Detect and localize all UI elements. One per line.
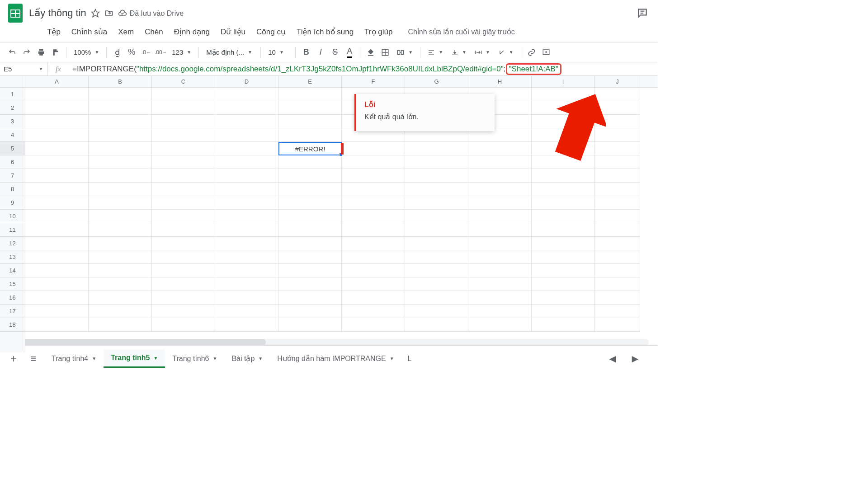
menu-addons[interactable]: Tiện ích bổ sung: [292, 25, 358, 38]
star-icon[interactable]: [91, 9, 100, 18]
cell-D17[interactable]: [215, 305, 278, 318]
cell-H9[interactable]: [468, 196, 532, 210]
row-header-12[interactable]: 12: [0, 237, 25, 250]
row-header-6[interactable]: 6: [0, 155, 25, 169]
cell-C3[interactable]: [152, 115, 215, 128]
cell-C7[interactable]: [152, 169, 215, 183]
format-percent[interactable]: %: [125, 46, 138, 59]
cell-D9[interactable]: [215, 196, 278, 210]
cell-G12[interactable]: [405, 237, 468, 250]
bold-icon[interactable]: B: [299, 46, 313, 59]
cell-I10[interactable]: [532, 210, 595, 223]
cell-E3[interactable]: [278, 115, 342, 128]
cell-G8[interactable]: [405, 183, 468, 196]
fill-color-icon[interactable]: [364, 46, 377, 59]
cell-E12[interactable]: [278, 237, 342, 250]
vertical-align-dropdown[interactable]: ▼: [448, 46, 470, 59]
menu-help[interactable]: Trợ giúp: [360, 25, 397, 38]
cell-E4[interactable]: [278, 128, 342, 142]
cell-I13[interactable]: [532, 250, 595, 264]
cell-E5[interactable]: #ERROR!: [278, 142, 342, 155]
cell-E13[interactable]: [278, 250, 342, 264]
cell-B2[interactable]: [89, 101, 152, 115]
cell-D10[interactable]: [215, 210, 278, 223]
cell-E11[interactable]: [278, 223, 342, 237]
cell-J13[interactable]: [595, 250, 640, 264]
cell-G16[interactable]: [405, 291, 468, 305]
cell-A6[interactable]: [25, 155, 89, 169]
cell-F7[interactable]: [342, 169, 405, 183]
row-header-9[interactable]: 9: [0, 196, 25, 210]
cell-H17[interactable]: [468, 305, 532, 318]
column-header-C[interactable]: C: [152, 76, 215, 87]
menu-format[interactable]: Định dạng: [170, 25, 214, 38]
cell-A17[interactable]: [25, 305, 89, 318]
menu-insert[interactable]: Chèn: [140, 26, 168, 38]
cell-J11[interactable]: [595, 223, 640, 237]
cell-D6[interactable]: [215, 155, 278, 169]
cell-B8[interactable]: [89, 183, 152, 196]
column-header-F[interactable]: F: [342, 76, 405, 87]
cell-B12[interactable]: [89, 237, 152, 250]
italic-icon[interactable]: I: [314, 46, 327, 59]
row-header-14[interactable]: 14: [0, 264, 25, 277]
cell-D16[interactable]: [215, 291, 278, 305]
cell-A3[interactable]: [25, 115, 89, 128]
zoom-dropdown[interactable]: 100%▼: [70, 46, 103, 59]
strikethrough-icon[interactable]: S: [328, 46, 342, 59]
cell-A9[interactable]: [25, 196, 89, 210]
cell-B9[interactable]: [89, 196, 152, 210]
menu-edit[interactable]: Chỉnh sửa: [67, 25, 112, 38]
cell-G5[interactable]: [405, 142, 468, 155]
cell-E7[interactable]: [278, 169, 342, 183]
row-header-17[interactable]: 17: [0, 305, 25, 318]
cell-B5[interactable]: [89, 142, 152, 155]
cell-D8[interactable]: [215, 183, 278, 196]
cell-B11[interactable]: [89, 223, 152, 237]
text-wrap-dropdown[interactable]: ▼: [471, 46, 494, 59]
cell-A11[interactable]: [25, 223, 89, 237]
cell-E6[interactable]: [278, 155, 342, 169]
row-header-15[interactable]: 15: [0, 277, 25, 291]
row-header-11[interactable]: 11: [0, 223, 25, 237]
sheet-tab-Bài-tập[interactable]: Bài tập▼: [224, 349, 270, 368]
cell-H5[interactable]: [468, 142, 532, 155]
cell-C13[interactable]: [152, 250, 215, 264]
cell-G18[interactable]: [405, 318, 468, 332]
cell-H16[interactable]: [468, 291, 532, 305]
row-header-3[interactable]: 3: [0, 115, 25, 128]
cell-A15[interactable]: [25, 277, 89, 291]
column-header-A[interactable]: A: [25, 76, 89, 87]
format-currency[interactable]: ₫: [110, 46, 124, 59]
more-formats-dropdown[interactable]: 123▼: [168, 46, 195, 59]
column-header-H[interactable]: H: [468, 76, 532, 87]
cell-C4[interactable]: [152, 128, 215, 142]
cell-H8[interactable]: [468, 183, 532, 196]
row-header-1[interactable]: 1: [0, 88, 25, 101]
cell-C14[interactable]: [152, 264, 215, 277]
cell-E2[interactable]: [278, 101, 342, 115]
cell-D14[interactable]: [215, 264, 278, 277]
cell-J14[interactable]: [595, 264, 640, 277]
cell-G10[interactable]: [405, 210, 468, 223]
column-header-B[interactable]: B: [89, 76, 152, 87]
scroll-tabs-left-icon[interactable]: ◄: [604, 350, 622, 368]
cell-A7[interactable]: [25, 169, 89, 183]
cell-A12[interactable]: [25, 237, 89, 250]
sheet-tab-Trang-tính6[interactable]: Trang tính6▼: [165, 349, 224, 368]
horizontal-align-dropdown[interactable]: ▼: [424, 46, 447, 59]
row-header-8[interactable]: 8: [0, 183, 25, 196]
cell-H18[interactable]: [468, 318, 532, 332]
cell-J9[interactable]: [595, 196, 640, 210]
cell-G14[interactable]: [405, 264, 468, 277]
column-header-I[interactable]: I: [532, 76, 595, 87]
cell-I9[interactable]: [532, 196, 595, 210]
insert-comment-icon[interactable]: [539, 46, 553, 59]
cell-A5[interactable]: [25, 142, 89, 155]
cell-B1[interactable]: [89, 88, 152, 101]
name-box[interactable]: E5: [0, 62, 34, 75]
scroll-tabs-right-icon[interactable]: ►: [626, 350, 644, 368]
cell-D11[interactable]: [215, 223, 278, 237]
cell-F15[interactable]: [342, 277, 405, 291]
cell-F18[interactable]: [342, 318, 405, 332]
